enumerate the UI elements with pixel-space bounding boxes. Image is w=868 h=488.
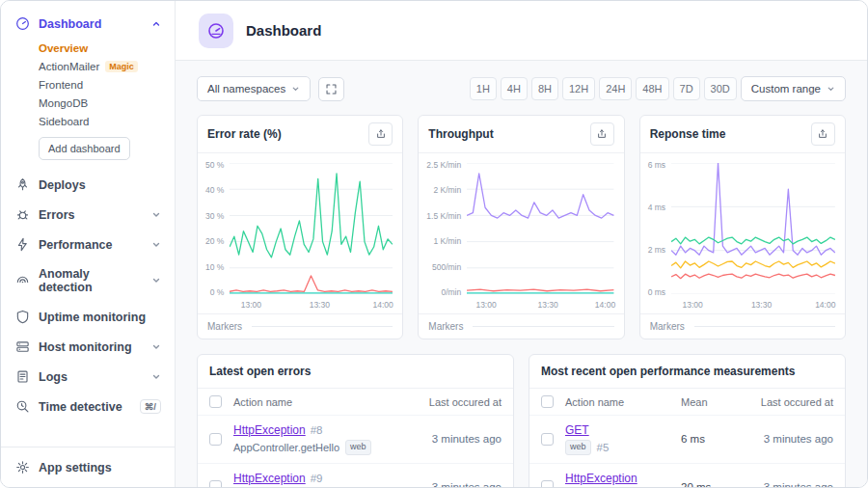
bug-icon xyxy=(14,207,30,222)
sidebar-item-label: Anomaly detection xyxy=(39,267,143,294)
range-4h-button[interactable]: 4H xyxy=(501,77,528,100)
column-header-last-occured: Last occured at xyxy=(741,396,833,408)
table-row[interactable]: HttpException #9 AppController.getHello … xyxy=(198,464,513,488)
y-tick-label: 0 ms xyxy=(648,287,665,297)
y-tick-label: 0/min xyxy=(441,287,461,297)
sidebar-subitem-sideboard[interactable]: Sideboard xyxy=(39,112,161,130)
custom-range-dropdown[interactable]: Custom range xyxy=(741,76,846,101)
sidebar-item-performance[interactable]: Performance xyxy=(1,230,175,259)
sidebar-item-app-settings[interactable]: App settings xyxy=(1,452,175,482)
sidebar-item-anomaly-detection[interactable]: Anomaly detection xyxy=(1,259,175,302)
range-7d-button[interactable]: 7D xyxy=(673,77,700,100)
chevron-down-icon xyxy=(827,85,835,94)
sidebar-item-host-monitoring[interactable]: Host monitoring xyxy=(1,332,175,362)
namespace-dropdown-label: All namespaces xyxy=(207,83,285,95)
range-48h-button[interactable]: 48H xyxy=(636,77,668,100)
sidebar: Dashboard Overview ActionMailer Magic Fr… xyxy=(1,1,176,487)
dashboard-group: Dashboard Overview ActionMailer Magic Fr… xyxy=(1,9,175,170)
y-axis: 2.5 K/min 2 K/min 1.5 K/min 1 K/min 500/… xyxy=(426,160,467,297)
sidebar-item-label: Errors xyxy=(39,208,75,222)
table-row[interactable]: HttpException web 20 ms 3 minutes ago xyxy=(529,464,845,488)
select-all-checkbox[interactable] xyxy=(209,395,222,408)
y-tick-label: 20 % xyxy=(205,236,224,246)
y-tick-label: 1 K/min xyxy=(433,236,461,246)
sidebar-subitem-mongodb[interactable]: MongoDB xyxy=(39,94,161,112)
subitem-label: Sideboard xyxy=(39,116,89,127)
sidebar-item-label: App settings xyxy=(39,461,112,474)
y-tick-label: 6 ms xyxy=(648,160,665,170)
namespace-dropdown[interactable]: All namespaces xyxy=(197,76,311,101)
document-lines-icon xyxy=(14,369,30,384)
lightning-icon xyxy=(14,237,30,252)
row-checkbox[interactable] xyxy=(209,480,222,487)
sidebar-subitem-frontend[interactable]: Frontend xyxy=(39,75,161,94)
table-title: Most recent open performance measurement… xyxy=(529,355,845,389)
y-tick-label: 0 % xyxy=(210,287,225,297)
column-header-action-name: Action name xyxy=(233,396,409,408)
error-number: #8 xyxy=(311,424,323,436)
tables-row: Latest open errors Action name Last occu… xyxy=(197,354,846,487)
x-tick-label: 14:00 xyxy=(815,300,835,310)
sidebar-item-dashboard[interactable]: Dashboard xyxy=(1,9,175,39)
action-cell: GET web #5 xyxy=(565,423,681,455)
y-tick-label: 4 ms xyxy=(648,203,665,212)
range-1h-button[interactable]: 1H xyxy=(470,77,497,100)
range-30d-button[interactable]: 30D xyxy=(704,77,737,100)
sidebar-bottom: App settings xyxy=(1,447,175,487)
table-row[interactable]: HttpException #8 AppController.getHello … xyxy=(198,416,513,464)
row-checkbox[interactable] xyxy=(541,480,554,487)
range-12h-button[interactable]: 12H xyxy=(562,77,595,100)
y-tick-label: 40 % xyxy=(205,185,224,195)
sidebar-item-time-detective[interactable]: Time detective ⌘/ xyxy=(1,392,175,421)
export-chart-button[interactable] xyxy=(368,122,393,146)
shield-icon xyxy=(14,310,30,324)
last-occured-cell: 3 minutes ago xyxy=(741,433,833,445)
error-number: #9 xyxy=(311,473,323,484)
sidebar-subitem-actionmailer[interactable]: ActionMailer Magic xyxy=(39,57,161,75)
dashboard-gauge-icon xyxy=(14,16,30,31)
table-row[interactable]: GET web #5 6 ms 3 minutes ago xyxy=(529,416,845,464)
export-chart-button[interactable] xyxy=(590,122,614,146)
x-tick-label: 13:30 xyxy=(751,300,772,310)
select-all-checkbox[interactable] xyxy=(541,395,554,408)
sidebar-item-uptime-monitoring[interactable]: Uptime monitoring xyxy=(1,302,175,332)
export-chart-button[interactable] xyxy=(811,122,835,146)
charts-row: Error rate (%) 50 % 40 % 30 % 20 % xyxy=(197,115,846,339)
y-tick-label: 30 % xyxy=(205,211,224,221)
error-link[interactable]: HttpException xyxy=(233,472,306,485)
sidebar-subitem-overview[interactable]: Overview xyxy=(39,39,161,57)
range-8h-button[interactable]: 8H xyxy=(531,77,558,100)
y-tick-label: 2 ms xyxy=(648,245,665,255)
last-occured-cell: 3 minutes ago xyxy=(409,433,502,445)
markers-timeline xyxy=(473,326,613,327)
x-tick-label: 13:30 xyxy=(310,300,330,310)
rocket-icon xyxy=(14,177,30,192)
sidebar-item-errors[interactable]: Errors xyxy=(1,200,175,230)
row-checkbox[interactable] xyxy=(209,433,222,446)
sidebar-item-label: Deploys xyxy=(39,178,86,192)
markers-footer: Markers xyxy=(640,313,845,339)
sidebar-item-deploys[interactable]: Deploys xyxy=(1,170,175,200)
dashboard-page-icon xyxy=(199,14,233,48)
magnifier-clock-icon xyxy=(14,399,30,414)
add-dashboard-button[interactable]: Add dashboard xyxy=(39,137,130,160)
table-title: Latest open errors xyxy=(198,355,513,389)
measurement-link[interactable]: HttpException xyxy=(565,472,637,485)
markers-label: Markers xyxy=(207,321,242,332)
chevron-up-icon xyxy=(151,19,161,29)
measurement-link[interactable]: GET xyxy=(565,423,589,437)
x-tick-label: 13:00 xyxy=(475,300,496,310)
mean-cell: 20 ms xyxy=(681,481,741,487)
x-tick-label: 14:00 xyxy=(373,300,393,310)
x-tick-label: 13:00 xyxy=(241,300,261,310)
expand-button[interactable] xyxy=(318,77,344,101)
response-time-chart-card: Reponse time 6 ms 4 ms 2 ms 0 ms xyxy=(639,115,846,339)
row-checkbox[interactable] xyxy=(541,433,554,446)
chart-title: Throughput xyxy=(428,127,493,141)
range-24h-button[interactable]: 24H xyxy=(599,77,632,100)
mean-cell: 6 ms xyxy=(681,433,741,445)
expand-icon xyxy=(325,83,338,95)
sidebar-item-logs[interactable]: Logs xyxy=(1,362,175,392)
error-link[interactable]: HttpException xyxy=(233,423,306,437)
x-tick-label: 13:00 xyxy=(683,300,703,310)
